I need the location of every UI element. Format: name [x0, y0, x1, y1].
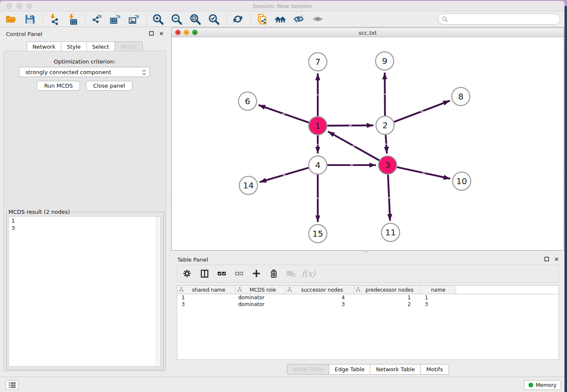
show-column-icon[interactable]: [199, 268, 210, 279]
tab-motifs[interactable]: Motifs: [421, 364, 449, 375]
search-box: [438, 14, 560, 25]
graph-node-label-7: 7: [315, 57, 321, 67]
memory-button-label: Memory: [536, 382, 556, 388]
mcds-result-line: 3: [11, 224, 160, 232]
apply-layout-icon[interactable]: [231, 12, 245, 26]
column-header-name[interactable]: name: [421, 286, 456, 294]
table-panel-close-icon[interactable]: ✕: [554, 257, 559, 262]
save-session-icon[interactable]: [23, 12, 36, 26]
graph-node-label-11: 11: [385, 227, 396, 237]
unselect-all-icon[interactable]: [234, 268, 245, 279]
status-bar: Memory: [0, 377, 564, 392]
table-cell: 4: [286, 295, 354, 301]
search-icon: [442, 16, 448, 24]
import-table-icon[interactable]: [66, 12, 79, 26]
attribute-tree-icon: [179, 287, 184, 293]
graph-node-label-6: 6: [245, 96, 250, 106]
show-all-icon[interactable]: [311, 12, 325, 26]
window-title: Session: New Session: [0, 3, 564, 9]
memory-button[interactable]: Memory: [524, 380, 561, 390]
criterion-dropdown[interactable]: strongly connected component: [19, 67, 150, 77]
attribute-tree-icon: [356, 287, 361, 293]
edge-label-tick: [352, 146, 355, 146]
first-neighbors-icon[interactable]: [274, 12, 287, 26]
column-header-MCDS-role[interactable]: MCDS role: [236, 286, 286, 294]
edge-label-tick: [283, 174, 286, 175]
app-titlebar: Session: New Session: [0, 1, 564, 11]
tab-node-table[interactable]: Node Table: [287, 364, 329, 375]
graph-node-label-3: 3: [385, 160, 391, 170]
column-header-predecessor-nodes[interactable]: predecessor nodes: [354, 286, 421, 294]
table-cell: dominator: [236, 295, 286, 301]
node-table-body: 1dominator4113dominator323: [177, 294, 559, 308]
mcds-result-line: 1: [11, 217, 160, 224]
delete-table-icon: [286, 268, 297, 279]
open-file-icon[interactable]: [4, 12, 18, 26]
toolbar-separator: [226, 13, 227, 25]
control-panel: Control Panel ✕ NetworkStyleSelectMCDS O…: [0, 27, 169, 377]
network-view-window: ✕ − + scc.txt 7968124314101511: [171, 28, 564, 251]
close-panel-button[interactable]: Close panel: [86, 81, 132, 91]
hide-selected-icon[interactable]: [292, 12, 306, 26]
edge-label-tick: [421, 111, 424, 112]
tab-edge-table[interactable]: Edge Table: [329, 364, 370, 375]
main-toolbar: [0, 11, 564, 27]
attribute-tree-icon: [287, 287, 292, 293]
table-settings-gear-icon[interactable]: [182, 268, 193, 279]
edge-label-tick: [350, 165, 353, 166]
zoom-in-icon[interactable]: [151, 12, 165, 26]
criterion-dropdown-value: strongly connected component: [25, 69, 111, 75]
zoom-out-icon[interactable]: [170, 12, 183, 26]
app-window: Session: New Session: [0, 1, 564, 392]
search-input[interactable]: [450, 15, 556, 23]
network-canvas[interactable]: 7968124314101511: [172, 37, 564, 250]
desktop: Session: New Session: [0, 0, 567, 392]
tab-network-table[interactable]: Network Table: [370, 364, 421, 375]
table-cell: 1: [177, 295, 236, 301]
function-builder-icon: f(x): [303, 268, 314, 279]
table-row[interactable]: 3dominator323: [177, 301, 559, 308]
optimization-criterion-label: Optimization criterion:: [4, 58, 165, 65]
export-table-icon[interactable]: [108, 12, 122, 26]
zoom-selected-icon[interactable]: [207, 12, 220, 26]
column-header-successor-nodes[interactable]: successor nodes: [286, 286, 354, 294]
table-cell: dominator: [236, 301, 286, 307]
graph-node-label-14: 14: [243, 180, 253, 190]
duplicate-network-icon[interactable]: [255, 12, 269, 26]
mcds-result-text[interactable]: 13: [8, 216, 161, 367]
delete-column-trash-icon[interactable]: [268, 268, 279, 279]
graph-node-label-10: 10: [456, 176, 467, 186]
graph-node-label-2: 2: [383, 120, 388, 130]
node-table[interactable]: shared nameMCDS rolesuccessor nodesprede…: [177, 285, 559, 360]
table-cell: 3: [286, 301, 354, 307]
select-all-icon[interactable]: [216, 268, 227, 279]
control-panel-float-icon[interactable]: [149, 31, 154, 37]
table-cell: 1: [354, 295, 421, 301]
edge-label-tick: [349, 125, 352, 126]
import-network-icon[interactable]: [47, 12, 61, 26]
table-toolbar: f(x): [177, 265, 559, 282]
toolbar-separator: [146, 13, 147, 25]
network-window-titlebar[interactable]: ✕ − + scc.txt: [172, 28, 564, 37]
table-panel-float-icon[interactable]: [544, 257, 549, 262]
mcds-result-title: MCDS result (2 nodes): [8, 209, 71, 215]
export-image-icon[interactable]: [127, 12, 140, 26]
list-icon: [8, 382, 16, 389]
control-panel-close-icon[interactable]: ✕: [159, 31, 164, 36]
toolbar-separator: [42, 13, 43, 25]
horizontal-splitter-handle[interactable]: [364, 250, 368, 252]
table-panel-tabs: Node TableEdge TableNetwork TableMotifs: [287, 364, 449, 375]
add-column-icon[interactable]: [251, 268, 262, 279]
edge-label-tick: [385, 144, 388, 144]
export-network-icon[interactable]: [90, 12, 103, 26]
zoom-fit-icon[interactable]: [188, 12, 202, 26]
toolbar-separator: [85, 13, 85, 25]
edge-label-tick: [388, 197, 391, 198]
run-mcds-button[interactable]: Run MCDS: [37, 81, 80, 91]
column-header-shared-name[interactable]: shared name: [177, 286, 236, 294]
edge-label-tick: [282, 113, 285, 114]
table-panel: Table Panel ✕: [171, 253, 564, 377]
table-row[interactable]: 1dominator411: [177, 294, 559, 301]
mcds-result-scrollbar[interactable]: [156, 217, 160, 366]
task-history-button[interactable]: [6, 380, 19, 390]
